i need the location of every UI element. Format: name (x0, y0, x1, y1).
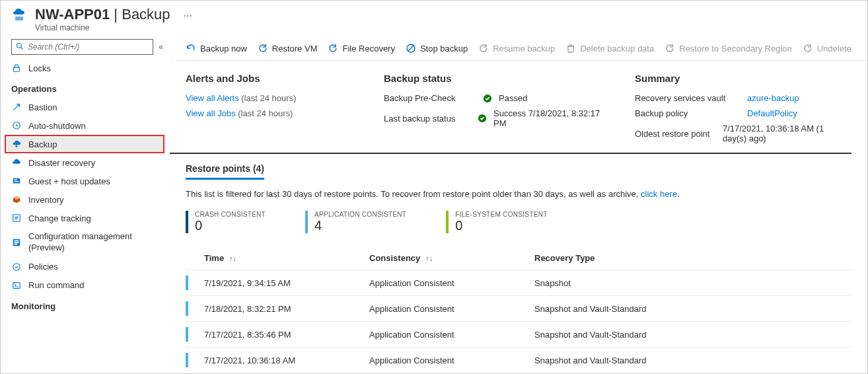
counter-filesystem: FILE-SYSTEM CONSISTENT0 (446, 211, 547, 233)
resume-backup-icon (478, 43, 489, 54)
inventory-icon (11, 194, 22, 205)
undelete-icon (803, 43, 813, 54)
sidebar-item-disaster-recovery[interactable]: Disaster recovery (1, 153, 170, 172)
svg-point-1 (17, 43, 22, 48)
oldest-value: 7/17/2021, 10:36:18 AM (1 day(s) ago) (723, 124, 836, 143)
backup-now-icon (186, 43, 196, 54)
page-header: NW-APP01 | Backup Virtual machine ··· (1, 1, 867, 39)
updates-icon (11, 176, 22, 186)
search-box[interactable] (11, 39, 153, 55)
click-here-link[interactable]: click here (641, 189, 677, 199)
svg-rect-3 (14, 67, 20, 71)
alerts-title: Alerts and Jobs (186, 73, 357, 84)
sidebar-item-guest-host-updates[interactable]: Guest + host updates (1, 172, 170, 190)
restore-secondary-button: Restore to Secondary Region (665, 43, 792, 54)
vault-label: Recovery services vault (635, 93, 741, 103)
table-row[interactable]: 7/17/2021, 8:35:46 PMApplication Consist… (186, 321, 851, 347)
undelete-button: Undelete (803, 43, 851, 54)
sidebar-item-label: Auto-shutdown (28, 121, 86, 131)
sidebar-item-locks[interactable]: Locks (1, 59, 170, 77)
config-mgmt-icon (11, 237, 22, 248)
precheck-label: Backup Pre-Check (384, 93, 476, 103)
policy-link[interactable]: DefaultPolicy (747, 108, 797, 118)
col-recovery-header[interactable]: Recovery Type (534, 253, 851, 263)
sidebar-item-bastion[interactable]: Bastion (1, 98, 170, 116)
svg-rect-11 (15, 242, 19, 243)
filter-note: This list is filtered for last 30 days o… (186, 189, 851, 199)
stop-backup-icon (406, 43, 416, 54)
last-backup-value: Success 7/18/2021, 8:32:17 PM (493, 108, 608, 128)
file-recovery-icon (328, 43, 338, 54)
sidebar-group-monitoring: Monitoring (1, 295, 170, 315)
oldest-label: Oldest restore point (635, 129, 716, 139)
policies-icon (11, 262, 22, 272)
sidebar-item-backup[interactable]: Backup (5, 135, 164, 153)
svg-rect-14 (13, 282, 20, 288)
precheck-value: Passed (499, 93, 527, 103)
restore-points-tab[interactable]: Restore points (4) (186, 163, 264, 180)
table-row[interactable]: 7/18/2021, 8:32:21 PMApplication Consist… (186, 295, 851, 321)
sidebar-item-config-mgmt[interactable]: Configuration management (Preview) (1, 227, 170, 258)
more-actions-button[interactable]: ··· (184, 6, 192, 22)
counters: CRASH CONSISTENT0 APPLICATION CONSISTENT… (186, 211, 851, 233)
restore-vm-button[interactable]: Restore VM (258, 43, 318, 54)
status-title: Backup status (384, 73, 608, 84)
success-icon (478, 114, 487, 123)
svg-rect-7 (15, 181, 19, 182)
sidebar-item-label: Guest + host updates (28, 176, 110, 186)
sidebar-item-run-command[interactable]: Run command (1, 276, 170, 295)
svg-rect-10 (15, 240, 19, 241)
policy-label: Backup policy (635, 108, 741, 118)
svg-rect-0 (15, 17, 23, 20)
clock-icon (11, 120, 22, 131)
counter-crash: CRASH CONSISTENT0 (186, 211, 266, 233)
overview-panel: Alerts and Jobs View all Alerts (last 24… (170, 61, 851, 154)
sidebar-item-label: Inventory (28, 195, 63, 205)
svg-line-2 (21, 47, 23, 49)
resume-backup-button: Resume backup (478, 43, 555, 54)
sidebar-item-label: Policies (28, 262, 58, 272)
view-all-jobs-link[interactable]: View all Jobs (last 24 hours) (186, 108, 357, 118)
table-row[interactable]: 7/19/2021, 9:34:15 AMApplication Consist… (186, 270, 851, 295)
sidebar-item-label: Backup (28, 139, 57, 149)
sidebar-item-label: Locks (28, 63, 51, 73)
restore-points-section: Restore points (4) This list is filtered… (170, 154, 867, 373)
sidebar-item-auto-shutdown[interactable]: Auto-shutdown (1, 116, 170, 135)
success-icon (483, 94, 492, 103)
search-input[interactable] (28, 42, 149, 52)
vm-icon (11, 7, 27, 23)
summary-title: Summary (635, 73, 836, 84)
sidebar-item-policies[interactable]: Policies (1, 258, 170, 276)
page-subtitle: Virtual machine (35, 23, 170, 32)
sidebar-item-label: Disaster recovery (28, 158, 95, 168)
col-consistency-header[interactable]: Consistency↑↓ (369, 253, 534, 263)
toolbar: Backup now Restore VM File Recovery Stop… (170, 39, 867, 61)
backup-now-button[interactable]: Backup now (186, 43, 247, 54)
sidebar-item-change-tracking[interactable]: Change tracking (1, 209, 170, 227)
run-command-icon (11, 280, 22, 291)
sidebar-item-label: Configuration management (Preview) (28, 231, 159, 254)
delete-backup-button: Delete backup data (565, 43, 654, 54)
collapse-sidebar-icon[interactable]: « (157, 41, 164, 53)
sidebar-item-label: Change tracking (28, 213, 91, 223)
sort-icon: ↑↓ (425, 254, 433, 262)
table-row[interactable]: 7/17/2021, 10:36:18 AMApplication Consis… (186, 347, 851, 373)
change-tracking-icon (11, 213, 22, 223)
backup-icon (11, 139, 22, 149)
trash-icon (565, 43, 576, 54)
vault-link[interactable]: azure-backup (747, 93, 799, 103)
bastion-icon (11, 102, 22, 112)
sidebar-item-label: Bastion (28, 102, 57, 112)
file-recovery-button[interactable]: File Recovery (328, 43, 394, 54)
svg-line-16 (408, 46, 414, 51)
lock-icon (11, 63, 22, 73)
stop-backup-button[interactable]: Stop backup (406, 43, 468, 54)
disaster-recovery-icon (11, 157, 22, 168)
svg-rect-5 (13, 178, 20, 184)
sidebar-group-operations: Operations (1, 77, 170, 98)
view-all-alerts-link[interactable]: View all Alerts (last 24 hours) (186, 93, 357, 103)
col-time-header[interactable]: Time↑↓ (204, 253, 369, 263)
sidebar-item-inventory[interactable]: Inventory (1, 190, 170, 209)
restore-secondary-icon (665, 43, 675, 54)
main-content: Backup now Restore VM File Recovery Stop… (170, 39, 867, 373)
